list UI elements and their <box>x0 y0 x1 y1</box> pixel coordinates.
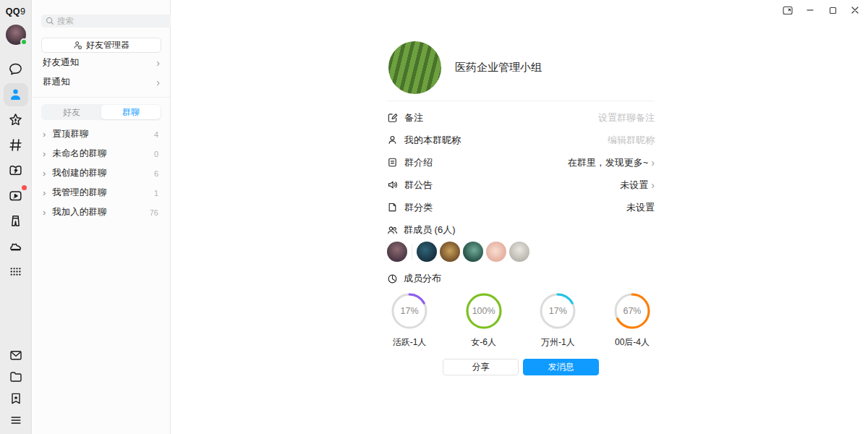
member-avatar[interactable] <box>509 242 529 262</box>
group-category-managed[interactable]: › 我管理的群聊 1 <box>33 183 170 203</box>
group-profile-main: 医药企业管理小组 备注 设置群聊备注 我的本群昵称 编辑群昵称 <box>171 0 868 434</box>
donut-gender: 100% 女-6人 <box>461 292 506 349</box>
donut-active: 17% 活跃-1人 <box>387 292 432 349</box>
chevron-right-icon: › <box>651 157 655 169</box>
group-category-label: 未命名的群聊 <box>52 148 106 160</box>
group-category-unnamed[interactable]: › 未命名的群聊 0 <box>33 144 170 163</box>
group-category-list: › 置顶群聊 4 › 未命名的群聊 0 › 我创建的群聊 6 › 我管理的群聊 … <box>33 124 170 222</box>
row-value: 未设置 <box>620 179 648 192</box>
group-name: 医药企业管理小组 <box>455 61 542 75</box>
donut-percent: 17% <box>391 292 428 330</box>
mini-window-icon[interactable] <box>783 5 793 15</box>
rail-nav <box>4 56 28 284</box>
expand-chevron-icon: › <box>43 148 46 159</box>
row-label: 备注 <box>404 111 423 124</box>
group-category-created[interactable]: › 我创建的群聊 6 <box>33 163 170 183</box>
topics-hash-icon[interactable] <box>4 132 28 158</box>
favorites-star-icon[interactable] <box>4 107 28 132</box>
group-category-label: 我加入的群聊 <box>52 206 106 218</box>
people-icon <box>387 225 398 236</box>
window-controls <box>783 5 860 15</box>
row-remark[interactable]: 备注 设置群聊备注 <box>387 106 655 129</box>
contacts-panel: + 好友管理器 好友通知 › 群通知 › 好友 群聊 › 置顶群聊 4 › 未命… <box>33 0 171 434</box>
row-value: 未设置 <box>626 201 655 214</box>
member-avatar[interactable] <box>440 242 460 262</box>
row-label: 群分类 <box>404 201 433 214</box>
app-rail: QQ9 <box>0 0 32 434</box>
app-logo: QQ9 <box>6 7 25 17</box>
minimize-icon[interactable] <box>805 5 815 15</box>
mail-icon[interactable] <box>4 344 28 366</box>
member-avatar[interactable] <box>387 242 407 262</box>
group-category-label: 置顶群聊 <box>52 128 88 140</box>
maximize-icon[interactable] <box>827 5 838 15</box>
share-button[interactable]: 分享 <box>443 359 519 375</box>
group-avatar[interactable] <box>388 41 441 94</box>
row-label: 群介绍 <box>404 156 433 169</box>
chevron-right-icon: › <box>156 58 160 68</box>
group-category-count: 76 <box>150 208 158 217</box>
distribution-section-title: 成员分布 <box>387 271 655 286</box>
panel-divider <box>33 97 170 98</box>
folder-icon[interactable] <box>4 366 28 388</box>
donut-label: 00后-4人 <box>615 336 650 349</box>
donut-percent: 100% <box>465 292 503 330</box>
donut-label: 万州-1人 <box>541 336 575 349</box>
group-category-count: 4 <box>154 130 158 139</box>
row-label: 我的本群昵称 <box>404 134 461 147</box>
apps-grid-icon[interactable] <box>4 259 28 284</box>
group-category-count: 0 <box>154 150 158 158</box>
user-avatar[interactable] <box>6 25 26 45</box>
friend-manager-icon <box>73 41 82 50</box>
row-group-intro[interactable]: 群介绍 在群里，发现更多~ › <box>387 151 655 174</box>
donut-region: 17% 万州-1人 <box>535 292 580 349</box>
chevron-right-icon: › <box>156 77 160 88</box>
row-group-category[interactable]: 群分类 未设置 <box>387 196 655 218</box>
sneaker-icon[interactable] <box>4 234 28 259</box>
send-message-button[interactable]: 发消息 <box>523 359 599 375</box>
menu-icon[interactable] <box>4 409 28 431</box>
expand-chevron-icon: › <box>43 129 46 140</box>
donut-percent: 17% <box>539 292 576 330</box>
row-value: 设置群聊备注 <box>598 111 655 124</box>
trousers-icon[interactable] <box>4 208 28 234</box>
expand-chevron-icon: › <box>43 187 46 198</box>
member-avatar[interactable] <box>463 242 483 262</box>
group-category-pinned[interactable]: › 置顶群聊 4 <box>33 124 170 144</box>
contacts-icon[interactable] <box>4 83 28 106</box>
label-tag-icon <box>387 202 398 213</box>
search-input[interactable] <box>41 14 173 27</box>
contacts-tabbar: 好友 群聊 <box>41 104 161 120</box>
close-icon[interactable] <box>850 5 860 15</box>
friend-notice-label: 好友通知 <box>43 56 79 69</box>
rail-bottom-nav <box>4 344 28 431</box>
donut-label: 女-6人 <box>471 336 496 349</box>
online-status-dot <box>20 38 27 46</box>
game-center-icon[interactable] <box>4 158 28 183</box>
group-category-joined[interactable]: › 我加入的群聊 76 <box>33 203 170 222</box>
row-my-nickname[interactable]: 我的本群昵称 编辑群昵称 <box>387 129 655 151</box>
group-notice-item[interactable]: 群通知 › <box>43 72 160 92</box>
friend-manager-button[interactable]: 好友管理器 <box>41 38 161 53</box>
document-icon <box>387 157 398 168</box>
group-category-count: 6 <box>154 169 158 178</box>
distribution-label: 成员分布 <box>404 272 441 285</box>
group-notice-label: 群通知 <box>43 76 70 88</box>
member-avatar[interactable] <box>417 242 437 262</box>
mini-world-video-icon[interactable] <box>4 183 28 208</box>
friend-manager-label: 好友管理器 <box>86 39 129 51</box>
person-icon <box>387 135 398 145</box>
row-group-announcement[interactable]: 群公告 未设置 › <box>387 174 655 196</box>
group-category-label: 我创建的群聊 <box>52 167 106 179</box>
member-distribution-charts: 17% 活跃-1人 100% 女-6人 17% 万州-1人 <box>387 292 655 349</box>
row-value: 在群里，发现更多~ <box>568 156 649 169</box>
member-avatars-row <box>387 242 655 262</box>
tab-groups[interactable]: 群聊 <box>101 105 161 119</box>
bookmark-collection-icon[interactable] <box>4 388 28 409</box>
expand-chevron-icon: › <box>43 207 46 218</box>
friend-notice-item[interactable]: 好友通知 › <box>43 53 160 72</box>
speaker-icon <box>387 179 398 190</box>
tab-friends[interactable]: 好友 <box>42 105 101 119</box>
messages-icon[interactable] <box>4 56 28 82</box>
member-avatar[interactable] <box>486 242 506 262</box>
